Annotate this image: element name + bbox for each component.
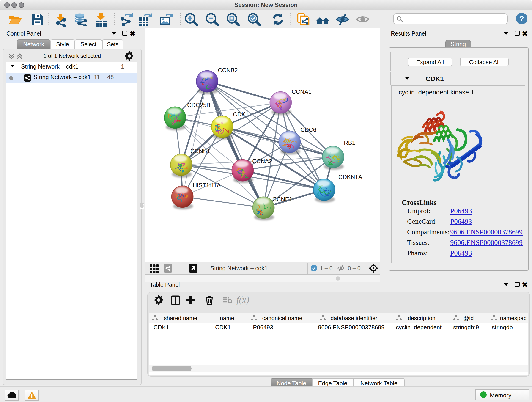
svg-text:CCNA1: CCNA1	[292, 89, 312, 95]
svg-text:CCNA2: CCNA2	[252, 158, 272, 164]
svg-text:CDC6: CDC6	[300, 127, 317, 133]
svg-text:CDKN1A: CDKN1A	[338, 174, 362, 180]
svg-text:CDK1: CDK1	[233, 111, 249, 118]
svg-text:CDC25B: CDC25B	[187, 102, 210, 108]
svg-text:RB1: RB1	[344, 140, 355, 146]
svg-text:HIST1H1A: HIST1H1A	[193, 182, 221, 188]
svg-text:CCNE1: CCNE1	[272, 196, 292, 202]
svg-text:CCNB2: CCNB2	[218, 67, 238, 73]
svg-text:CCNB1: CCNB1	[190, 148, 210, 154]
